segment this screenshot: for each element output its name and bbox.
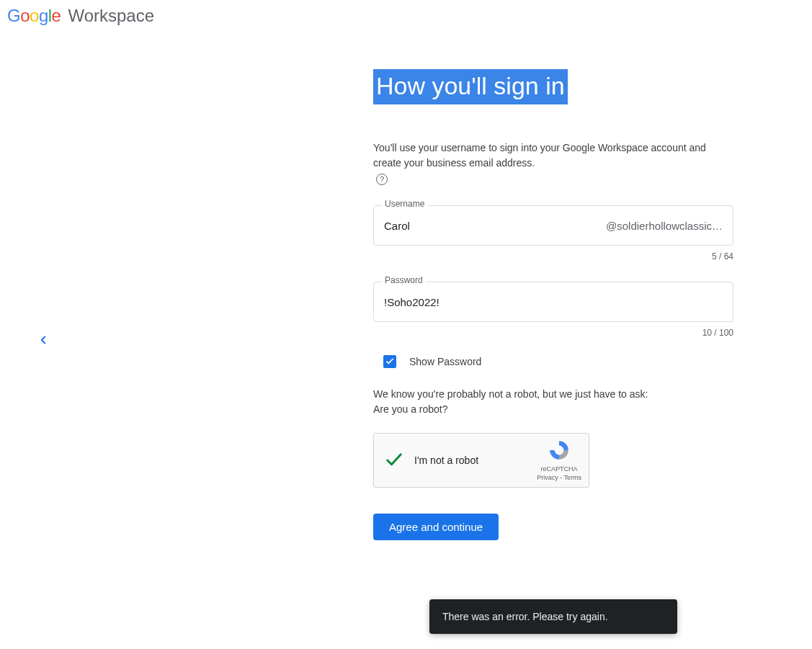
checkmark-icon [385, 357, 395, 367]
domain-suffix: @soldierhollowclassic… [606, 220, 723, 232]
robot-prompt: We know you're probably not a robot, but… [373, 387, 733, 417]
password-field: Password 10 / 100 [373, 282, 733, 338]
robot-line1: We know you're probably not a robot, but… [373, 387, 733, 402]
recaptcha-icon [548, 439, 571, 462]
password-box [373, 282, 733, 322]
subtitle-text: You'll use your username to sign into yo… [373, 140, 733, 171]
help-icon[interactable]: ? [376, 174, 388, 185]
robot-line2: Are you a robot? [373, 402, 733, 417]
show-password-label: Show Password [409, 356, 481, 367]
recaptcha-brand: reCAPTCHA [537, 465, 581, 474]
password-input[interactable] [384, 296, 723, 308]
header-logo: Google Workspace [0, 0, 812, 32]
recaptcha-widget[interactable]: I'm not a robot reCAPTCHA Privacy - Term… [373, 433, 589, 488]
recaptcha-links[interactable]: Privacy - Terms [537, 474, 581, 483]
password-counter: 10 / 100 [373, 328, 733, 338]
chevron-left-icon [37, 334, 50, 346]
recaptcha-checkmark [384, 450, 404, 470]
google-logo: Google [7, 6, 61, 26]
show-password-row: Show Password [383, 355, 733, 368]
checkmark-icon [384, 450, 404, 470]
recaptcha-label: I'm not a robot [414, 455, 478, 466]
username-field: Username @soldierhollowclassic… 5 / 64 [373, 205, 733, 261]
agree-continue-button[interactable]: Agree and continue [373, 514, 499, 540]
toast-message: There was an error. Please try again. [442, 611, 608, 622]
product-name: Workspace [68, 6, 154, 26]
username-input[interactable] [384, 220, 606, 232]
page-title: How you'll sign in [373, 69, 568, 104]
recaptcha-left: I'm not a robot [384, 450, 478, 470]
recaptcha-branding: reCAPTCHA Privacy - Terms [537, 439, 581, 483]
password-label: Password [382, 275, 426, 285]
username-box: @soldierhollowclassic… [373, 205, 733, 246]
error-toast: There was an error. Please try again. [429, 599, 677, 634]
page-subtitle: You'll use your username to sign into yo… [373, 140, 733, 185]
back-button[interactable] [35, 331, 52, 349]
signup-form: How you'll sign in You'll use your usern… [373, 69, 733, 540]
show-password-checkbox[interactable] [383, 355, 396, 368]
username-counter: 5 / 64 [373, 251, 733, 261]
username-label: Username [382, 199, 427, 209]
